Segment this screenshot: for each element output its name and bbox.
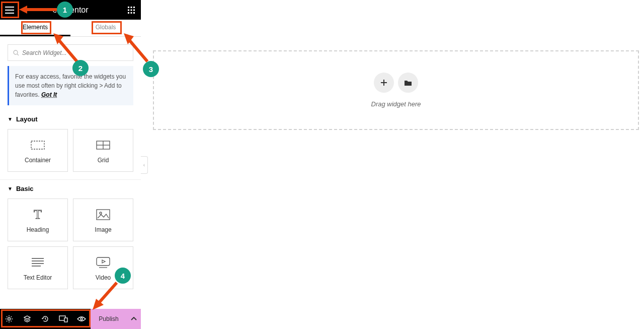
video-icon bbox=[96, 255, 110, 270]
svg-point-9 bbox=[14, 50, 18, 54]
history-button[interactable] bbox=[38, 309, 53, 329]
widget-grid-label: Grid bbox=[98, 157, 109, 164]
widget-container[interactable]: Container bbox=[8, 129, 68, 172]
widget-grid[interactable]: Grid bbox=[73, 129, 133, 172]
svg-rect-0 bbox=[128, 7, 129, 8]
search-icon bbox=[13, 50, 19, 56]
svg-rect-7 bbox=[131, 12, 132, 14]
sidebar-header: elementor bbox=[0, 0, 141, 20]
plus-icon bbox=[380, 79, 387, 86]
svg-point-17 bbox=[100, 212, 102, 214]
history-icon bbox=[41, 315, 49, 323]
template-library-button[interactable] bbox=[398, 73, 418, 93]
svg-rect-3 bbox=[128, 9, 129, 11]
responsive-button[interactable] bbox=[56, 309, 71, 329]
widget-image[interactable]: Image bbox=[73, 199, 133, 241]
gear-icon bbox=[5, 315, 13, 323]
widget-video-label: Video bbox=[96, 274, 111, 281]
eye-icon bbox=[77, 316, 86, 322]
editor-sidebar: elementor Elements Globals For easy acce… bbox=[0, 0, 141, 309]
preview-button[interactable] bbox=[74, 309, 89, 329]
editor-canvas: Drag widget here bbox=[148, 0, 644, 329]
tab-elements-label: Elements bbox=[23, 24, 48, 31]
grid-apps-icon bbox=[128, 7, 135, 14]
tab-globals[interactable]: Globals bbox=[70, 20, 141, 36]
publish-options-button[interactable] bbox=[127, 309, 141, 329]
bottom-icon-group bbox=[0, 309, 91, 329]
section-layout-header[interactable]: ▼ Layout bbox=[8, 115, 133, 123]
widget-heading[interactable]: T Heading bbox=[8, 199, 68, 241]
tab-globals-label: Globals bbox=[96, 24, 116, 31]
folder-icon bbox=[404, 80, 412, 86]
heading-icon: T bbox=[31, 207, 44, 222]
svg-rect-6 bbox=[128, 12, 129, 14]
widget-heading-label: Heading bbox=[27, 226, 49, 233]
settings-button[interactable] bbox=[2, 309, 17, 329]
search-box[interactable] bbox=[8, 44, 133, 61]
widget-video[interactable]: Video bbox=[73, 246, 133, 289]
caret-down-icon: ▼ bbox=[8, 116, 13, 122]
section-basic: ▼ Basic T Heading Image Text Editor bbox=[0, 180, 141, 297]
image-icon bbox=[96, 207, 110, 222]
responsive-icon bbox=[59, 315, 68, 322]
grid-icon bbox=[96, 138, 110, 153]
chevron-left-icon: ‹ bbox=[143, 162, 145, 168]
tip-text: For easy access, favorite the widgets yo… bbox=[15, 73, 126, 98]
drop-zone[interactable]: Drag widget here bbox=[153, 50, 639, 130]
header-title: elementor bbox=[19, 6, 122, 15]
widget-image-label: Image bbox=[95, 226, 111, 233]
section-layout: ▼ Layout Container Grid bbox=[0, 110, 141, 180]
hamburger-menu-button[interactable] bbox=[0, 0, 19, 20]
section-basic-header[interactable]: ▼ Basic bbox=[8, 185, 133, 192]
svg-text:T: T bbox=[34, 208, 42, 221]
section-basic-title: Basic bbox=[16, 185, 34, 192]
container-icon bbox=[31, 138, 45, 153]
svg-rect-26 bbox=[64, 318, 67, 322]
panel-tabs: Elements Globals bbox=[0, 20, 141, 37]
collapse-sidebar-button[interactable]: ‹ bbox=[141, 156, 148, 174]
svg-rect-1 bbox=[131, 7, 132, 8]
favorites-tip: For easy access, favorite the widgets yo… bbox=[8, 66, 133, 105]
text-editor-icon bbox=[31, 255, 45, 270]
publish-button[interactable]: Publish bbox=[91, 309, 127, 329]
widget-text-editor[interactable]: Text Editor bbox=[8, 246, 68, 289]
apps-grid-button[interactable] bbox=[122, 0, 141, 20]
search-wrap bbox=[0, 37, 141, 66]
tip-got-it-link[interactable]: Got It bbox=[41, 91, 57, 98]
caret-down-icon: ▼ bbox=[8, 186, 13, 191]
svg-rect-11 bbox=[31, 141, 44, 149]
add-section-button[interactable] bbox=[374, 73, 394, 93]
section-layout-title: Layout bbox=[16, 115, 38, 123]
chevron-up-icon bbox=[131, 317, 137, 321]
widget-text-editor-label: Text Editor bbox=[24, 274, 52, 281]
svg-rect-4 bbox=[131, 9, 132, 11]
layers-icon bbox=[23, 315, 31, 323]
drop-label: Drag widget here bbox=[371, 100, 421, 108]
tab-elements[interactable]: Elements bbox=[0, 20, 70, 36]
svg-rect-5 bbox=[133, 9, 135, 11]
bottom-bar: Publish bbox=[0, 309, 141, 329]
svg-point-24 bbox=[8, 318, 11, 320]
svg-rect-2 bbox=[133, 7, 135, 8]
svg-point-27 bbox=[80, 318, 83, 320]
svg-line-10 bbox=[17, 54, 19, 55]
svg-rect-16 bbox=[97, 210, 110, 220]
navigator-button[interactable] bbox=[20, 309, 35, 329]
svg-rect-22 bbox=[97, 257, 110, 266]
search-input[interactable] bbox=[22, 49, 128, 56]
widget-container-label: Container bbox=[25, 157, 51, 164]
svg-rect-8 bbox=[133, 12, 135, 14]
hamburger-icon bbox=[5, 7, 14, 14]
